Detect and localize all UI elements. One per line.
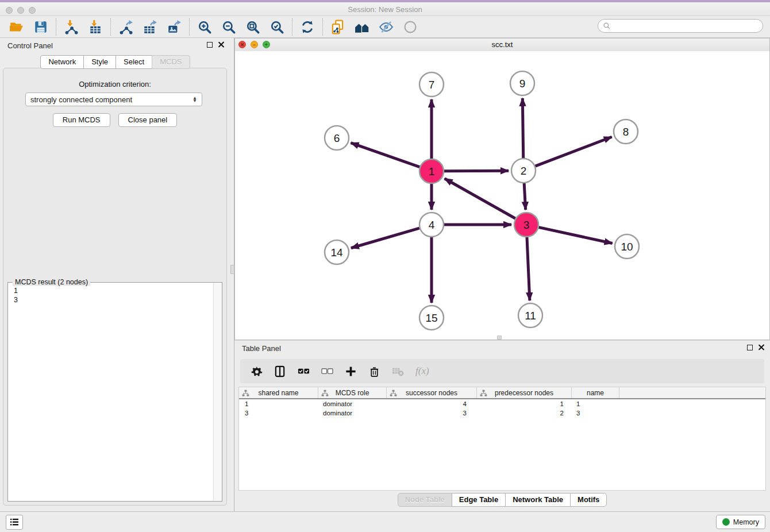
node-table[interactable]: shared nameMCDS rolesuccessor nodesprede… xyxy=(238,387,766,491)
tab-motifs[interactable]: Motifs xyxy=(570,493,607,507)
node-label: 4 xyxy=(429,219,435,231)
graph-node-3[interactable]: 3 xyxy=(514,213,538,237)
search-box[interactable] xyxy=(598,19,763,33)
grid-delete-button[interactable] xyxy=(392,365,404,377)
edge-2-8[interactable] xyxy=(536,137,612,166)
edge-3-1[interactable] xyxy=(445,179,515,218)
save-icon xyxy=(33,20,48,34)
node-label: 8 xyxy=(623,126,629,138)
zoom-out-icon xyxy=(221,20,236,34)
plus-button[interactable] xyxy=(345,365,357,377)
graph-node-6[interactable]: 6 xyxy=(325,126,349,150)
canvas-resize-grip[interactable] xyxy=(497,336,502,340)
checked-pair-button[interactable] xyxy=(298,365,310,377)
network-canvas[interactable]: 7968124314101511 xyxy=(235,51,769,340)
toolbar-separator xyxy=(110,18,111,36)
result-scrollbar[interactable] xyxy=(213,283,221,500)
tab-network[interactable]: Network xyxy=(40,55,84,69)
network-window-titlebar[interactable]: ✕ − + scc.txt xyxy=(235,38,769,52)
copy-network-button[interactable] xyxy=(326,17,350,37)
columns-button[interactable] xyxy=(274,365,286,377)
task-history-button[interactable] xyxy=(6,515,23,530)
zoom-in-button[interactable] xyxy=(192,17,217,37)
zoom-fit-button[interactable] xyxy=(241,17,265,37)
eye-disabled-button[interactable] xyxy=(398,17,422,37)
zoom-out-button[interactable] xyxy=(217,17,241,37)
eye-slash-button[interactable] xyxy=(374,17,398,37)
edge-4-14[interactable] xyxy=(351,228,419,248)
columns-icon xyxy=(274,365,286,377)
edge-1-2[interactable] xyxy=(444,171,509,171)
column-header-MCDS-role[interactable]: MCDS role xyxy=(318,387,387,398)
cell-name: 3 xyxy=(572,410,619,417)
eye-disabled-icon xyxy=(403,20,418,34)
trash-button[interactable] xyxy=(368,365,380,377)
refresh-icon xyxy=(300,20,315,34)
graph-node-15[interactable]: 15 xyxy=(419,306,444,330)
graph-node-11[interactable]: 11 xyxy=(518,303,542,327)
zoom-fit-icon xyxy=(245,20,260,34)
tab-node-table[interactable]: Node Table xyxy=(398,493,452,507)
export-table-button[interactable] xyxy=(138,17,162,37)
zoom-check-button[interactable] xyxy=(265,17,289,37)
save-button[interactable] xyxy=(29,17,53,37)
import-network-button[interactable] xyxy=(59,17,83,37)
node-label: 10 xyxy=(621,241,633,253)
graph-node-9[interactable]: 9 xyxy=(510,71,534,95)
node-label: 1 xyxy=(429,165,435,178)
memory-button[interactable]: Memory xyxy=(716,515,765,529)
export-network-button[interactable] xyxy=(114,17,138,37)
search-input[interactable] xyxy=(611,21,763,30)
edge-2-3[interactable] xyxy=(524,183,525,210)
tab-select[interactable]: Select xyxy=(116,55,152,69)
edge-3-10[interactable] xyxy=(538,228,612,244)
float-panel-icon[interactable] xyxy=(207,42,213,48)
run-mcds-button[interactable]: Run MCDS xyxy=(53,113,110,127)
tab-style[interactable]: Style xyxy=(83,55,116,69)
unchecked-pair-button[interactable] xyxy=(321,365,333,377)
select-stepper-icon: ▲▼ xyxy=(192,97,197,102)
zoom-in-icon xyxy=(197,20,212,34)
column-header-predecessor-nodes[interactable]: predecessor nodes xyxy=(477,387,572,398)
import-table-button[interactable] xyxy=(83,17,107,37)
refresh-button[interactable] xyxy=(295,17,319,37)
tab-network-table[interactable]: Network Table xyxy=(505,493,571,507)
tab-mcds[interactable]: MCDS xyxy=(152,55,190,69)
folder-open-icon xyxy=(9,20,24,34)
graph-node-4[interactable]: 4 xyxy=(419,213,444,237)
gear-icon xyxy=(251,365,263,377)
table-row[interactable]: 3dominator323 xyxy=(239,408,765,418)
edge-3-11[interactable] xyxy=(527,237,530,300)
node-label: 15 xyxy=(425,312,437,324)
graph-node-14[interactable]: 14 xyxy=(325,240,349,264)
graph-node-1[interactable]: 1 xyxy=(419,159,444,183)
search-icon xyxy=(603,22,611,30)
graph-node-7[interactable]: 7 xyxy=(419,72,444,97)
network-title: scc.txt xyxy=(235,40,769,49)
node-label: 3 xyxy=(523,219,530,231)
gear-button[interactable] xyxy=(251,365,263,377)
toolbar-separator xyxy=(292,18,292,36)
criterion-select[interactable]: strongly connected component ▲▼ xyxy=(25,92,202,106)
panel-splitter[interactable] xyxy=(230,38,234,511)
tab-edge-table[interactable]: Edge Table xyxy=(452,493,506,507)
edge-2-9[interactable] xyxy=(522,98,523,158)
column-header-successor-nodes[interactable]: successor nodes xyxy=(387,387,477,398)
export-image-button[interactable] xyxy=(162,17,186,37)
column-label: successor nodes xyxy=(406,389,457,397)
folder-open-button[interactable] xyxy=(5,17,29,37)
graph-node-2[interactable]: 2 xyxy=(511,159,536,183)
close-panel-button[interactable]: Close panel xyxy=(118,113,178,127)
column-header-shared-name[interactable]: shared name xyxy=(239,387,318,398)
edge-1-6[interactable] xyxy=(351,143,420,167)
close-panel-icon[interactable] xyxy=(218,41,224,48)
graph-node-10[interactable]: 10 xyxy=(615,234,639,259)
optimization-criterion-label: Optimization criterion: xyxy=(3,80,226,88)
table-row[interactable]: 1dominator411 xyxy=(239,399,765,408)
function-builder-button[interactable]: f(x) xyxy=(415,365,429,377)
houses-button[interactable] xyxy=(350,17,374,37)
graph-node-8[interactable]: 8 xyxy=(614,119,638,144)
column-header-name[interactable]: name xyxy=(572,387,619,398)
close-table-panel-icon[interactable] xyxy=(758,344,764,350)
float-table-panel-icon[interactable] xyxy=(747,345,753,350)
